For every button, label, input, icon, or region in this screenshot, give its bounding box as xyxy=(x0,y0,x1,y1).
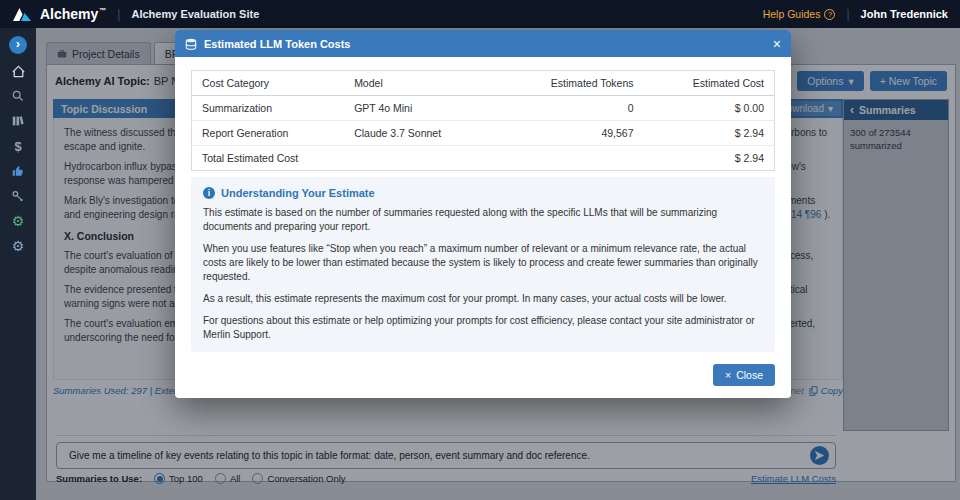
table-total-row: Total Estimated Cost $ 2.94 xyxy=(192,146,775,171)
brand-text: Alchemy xyxy=(40,6,98,22)
col-estimated-cost: Estimated Cost xyxy=(644,71,775,96)
topbar-divider: | xyxy=(117,7,120,21)
close-button-label: Close xyxy=(736,369,763,381)
cell-cost: $ 0.00 xyxy=(644,96,775,121)
total-label: Total Estimated Cost xyxy=(192,146,644,171)
close-button[interactable]: × Close xyxy=(713,364,775,386)
estimate-info-paragraph: This estimate is based on the number of … xyxy=(203,206,763,234)
cell-model: GPT 4o Mini xyxy=(344,96,497,121)
estimate-info-paragraph: As a result, this estimate represents th… xyxy=(203,292,763,306)
estimate-info-box: i Understanding Your Estimate This estim… xyxy=(191,177,775,352)
estimate-info-title-row: i Understanding Your Estimate xyxy=(203,187,763,199)
access-key-icon[interactable] xyxy=(10,188,26,204)
total-cost: $ 2.94 xyxy=(644,146,775,171)
cell-tokens: 0 xyxy=(497,96,644,121)
library-icon[interactable] xyxy=(10,113,26,129)
alchemy-logo-icon xyxy=(12,6,32,22)
brand-trademark: ™ xyxy=(99,7,106,14)
services-gear-icon[interactable]: ⚙ xyxy=(10,213,26,229)
topbar-divider: | xyxy=(846,7,849,21)
help-question-icon[interactable]: ? xyxy=(824,9,835,20)
table-row: Report Generation Claude 3.7 Sonnet 49,5… xyxy=(192,121,775,146)
cell-model: Claude 3.7 Sonnet xyxy=(344,121,497,146)
modal-footer: × Close xyxy=(175,364,791,398)
col-estimated-tokens: Estimated Tokens xyxy=(497,71,644,96)
estimate-info-paragraph: When you use features like “Stop when yo… xyxy=(203,242,763,284)
close-x-icon: × xyxy=(725,369,731,381)
help-guides-label: Help Guides xyxy=(763,8,821,20)
modal-close-icon[interactable]: × xyxy=(773,37,781,51)
top-bar: Alchemy™ | Alchemy Evaluation Site Help … xyxy=(0,0,960,28)
cell-category: Report Generation xyxy=(192,121,345,146)
table-row: Summarization GPT 4o Mini 0 $ 0.00 xyxy=(192,96,775,121)
modal-title: Estimated LLM Token Costs xyxy=(204,38,766,50)
estimate-info-title: Understanding Your Estimate xyxy=(221,187,375,199)
info-icon: i xyxy=(203,187,215,199)
user-name[interactable]: John Tredennick xyxy=(861,8,948,20)
left-sidebar: › $ ⚙ ⚙ xyxy=(0,28,36,500)
cell-tokens: 49,567 xyxy=(497,121,644,146)
cost-table: Cost Category Model Estimated Tokens Est… xyxy=(191,70,775,171)
col-cost-category: Cost Category xyxy=(192,71,345,96)
app-window: Alchemy™ | Alchemy Evaluation Site Help … xyxy=(0,0,960,500)
home-icon[interactable] xyxy=(10,63,26,79)
search-icon[interactable] xyxy=(10,88,26,104)
modal-header: Estimated LLM Token Costs × xyxy=(175,30,791,57)
brand-name: Alchemy™ xyxy=(40,6,106,22)
cell-cost: $ 2.94 xyxy=(644,121,775,146)
estimate-info-paragraph: For questions about this estimate or hel… xyxy=(203,314,763,342)
help-guides-link[interactable]: Help Guides ? xyxy=(763,8,836,20)
cost-table-header-row: Cost Category Model Estimated Tokens Est… xyxy=(192,71,775,96)
token-coins-icon xyxy=(185,38,197,50)
cell-category: Summarization xyxy=(192,96,345,121)
settings-gear-icon[interactable]: ⚙ xyxy=(10,238,26,254)
estimated-llm-token-costs-modal: Estimated LLM Token Costs × Cost Categor… xyxy=(175,30,791,398)
billing-icon[interactable]: $ xyxy=(10,138,26,154)
feedback-thumbs-up-icon[interactable] xyxy=(10,163,26,179)
col-model: Model xyxy=(344,71,497,96)
sidebar-expand-toggle[interactable]: › xyxy=(9,36,27,54)
site-title: Alchemy Evaluation Site xyxy=(131,8,259,20)
